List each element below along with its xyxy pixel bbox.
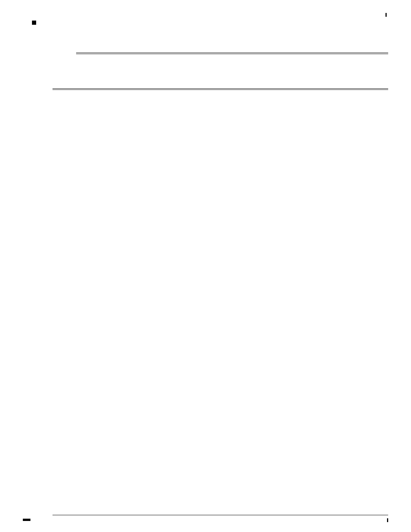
page-number-badge — [23, 519, 30, 521]
header-section — [32, 19, 388, 25]
header-chapter — [23, 11, 388, 18]
divider — [76, 53, 388, 54]
square-marker-icon — [32, 21, 36, 25]
divider — [53, 88, 388, 90]
footer — [23, 514, 388, 523]
doc-number — [385, 517, 388, 523]
